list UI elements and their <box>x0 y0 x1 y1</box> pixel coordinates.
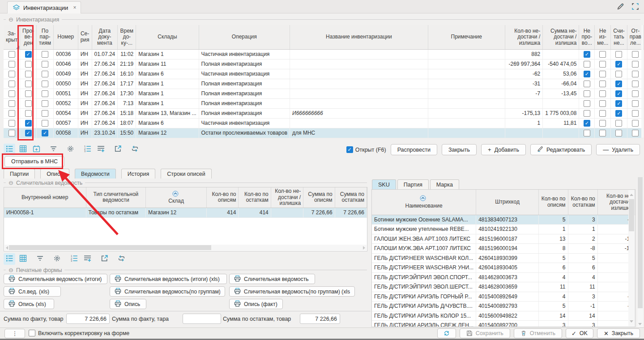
cell-by-batches[interactable]: ✓ <box>37 89 54 98</box>
collapse-icon[interactable]: ⊖ <box>9 267 13 273</box>
checkbox[interactable]: ✓ <box>9 71 15 77</box>
checkbox[interactable]: ✓ <box>632 120 639 127</box>
vscroll-thumb[interactable] <box>638 177 643 308</box>
checkbox[interactable]: ✓ <box>615 71 622 77</box>
sheet-hscrollbar[interactable] <box>4 245 367 251</box>
cell-not-changed[interactable]: ✓ <box>595 108 611 118</box>
fullscreen-icon[interactable] <box>629 1 641 12</box>
column-header-sum-by-stock[interactable]: Сумма поостаткам <box>335 187 367 208</box>
checkbox[interactable]: ✓ <box>25 51 32 58</box>
column-header-series[interactable]: Се-рия <box>78 25 92 49</box>
checkbox[interactable]: ✓ <box>584 120 590 127</box>
table-row[interactable]: ✓✓✓00054ИН27.06.2415:18Магазин 13, Магаз… <box>4 108 644 118</box>
table-row[interactable]: ✓✓✓00036ИН01.07.2411:02Магазин 1Частична… <box>4 49 644 59</box>
column-header-count-not[interactable]: Счи-татьне... <box>611 25 627 49</box>
checkbox[interactable]: ✓ <box>632 100 639 107</box>
checkbox[interactable]: ✓ <box>599 61 606 68</box>
column-header-doc-time[interactable]: Времдо-ку-... <box>118 25 136 49</box>
cell-by-batches[interactable]: ✓ <box>37 108 54 118</box>
checkbox[interactable]: ✓ <box>632 71 639 77</box>
tab-партии[interactable]: Партии <box>4 169 35 178</box>
column-header-inventory-name[interactable]: Название инвентаризации <box>290 25 428 49</box>
cell-not-changed[interactable]: ✓ <box>595 128 611 138</box>
cell-not-posted[interactable]: ✓ <box>579 69 595 79</box>
table-row[interactable]: Ботинки мужские утепленные REBE...481024… <box>372 225 635 234</box>
checkbox[interactable]: ✓ <box>615 130 622 136</box>
tab-история[interactable]: История <box>121 169 155 178</box>
close-form-button[interactable]: ✕Закрыть <box>597 328 640 338</box>
cell-closed[interactable]: ✓ <box>4 49 20 59</box>
save-button[interactable]: Сохранить <box>460 328 510 338</box>
cell-not-posted[interactable]: ✓ <box>579 98 595 108</box>
checkbox[interactable]: ✓ <box>584 90 590 97</box>
print-button-сличительная-ведомость-по-группам-[interactable]: Сличительная ведомость(по группам) <box>110 286 225 297</box>
checkbox[interactable]: ✓ <box>584 71 590 77</box>
checkbox[interactable]: ✓ <box>599 130 606 136</box>
cell-not-posted[interactable]: ✓ <box>579 128 595 138</box>
tab-inventories[interactable]: Инвентаризации × <box>7 1 81 13</box>
gear-button[interactable] <box>51 253 63 265</box>
print-button-сл-вед-xls-[interactable]: Сл.вед. (xls) <box>4 286 61 297</box>
table-row[interactable]: ГЕЛЬ Д/СТИР.HEER WASCHBAR УНИ...42604189… <box>372 263 635 273</box>
cell-posted[interactable]: ✓ <box>20 118 37 128</box>
checkbox[interactable]: ✓ <box>42 61 48 68</box>
checkbox[interactable]: ✓ <box>42 130 48 136</box>
cell-not-posted[interactable]: ✓ <box>579 79 595 89</box>
checkbox[interactable]: ✓ <box>615 51 622 58</box>
column-header-warehouse[interactable]: Склад <box>146 187 207 208</box>
cell-by-batches[interactable]: ✓ <box>37 128 54 138</box>
checkbox[interactable]: ✓ <box>25 90 32 97</box>
checkbox[interactable]: ✓ <box>632 90 639 97</box>
sku-vscrollbar[interactable] <box>628 190 635 326</box>
print-button-опись[interactable]: Опись <box>110 299 146 309</box>
cell-posted[interactable]: ✓ <box>20 108 37 118</box>
cell-not-changed[interactable]: ✓ <box>595 69 611 79</box>
filter-button[interactable] <box>47 144 59 155</box>
numbered-list-button[interactable]: 123 <box>68 253 80 265</box>
cell-closed[interactable]: ✓ <box>4 118 20 128</box>
print-button-опись-xls-[interactable]: Опись (xls) <box>4 299 54 309</box>
cell-posted[interactable]: ✓ <box>20 69 37 79</box>
main-table-vscroll[interactable] <box>641 25 644 138</box>
checkbox[interactable]: ✓ <box>42 110 48 117</box>
stock-goods-input[interactable] <box>300 314 340 324</box>
close-doc-button[interactable]: Закрыть <box>442 144 477 155</box>
table-row[interactable]: ГЕЛЬ Д/СТИР.ЭЙПРИЛ ЭВОЛ.ШЕРСТ...48146280… <box>372 282 635 292</box>
cell-not-changed[interactable]: ✓ <box>595 98 611 108</box>
checkbox[interactable]: ✓ <box>584 51 590 58</box>
checkbox[interactable]: ✓ <box>632 81 639 87</box>
cell-by-batches[interactable]: ✓ <box>37 49 54 59</box>
checkbox[interactable]: ✓ <box>584 130 590 136</box>
checkbox[interactable]: ✓ <box>42 120 48 127</box>
checkbox[interactable]: ✓ <box>615 120 622 127</box>
sort-up-icon[interactable] <box>420 195 426 203</box>
column-header-operation[interactable]: Операция <box>199 25 290 49</box>
print-button-опись-факт-[interactable]: Опись (факт) <box>229 299 283 309</box>
tab-close-icon[interactable]: × <box>73 4 76 11</box>
tab-ведомости[interactable]: Ведомости <box>75 169 116 178</box>
table-row[interactable]: Ботинки мужские Осенние SALAMA...4813834… <box>372 215 635 225</box>
checkbox[interactable]: ✓ <box>25 130 32 136</box>
open-filter-checkbox[interactable]: ✓ Открыт (F6) <box>346 146 386 153</box>
cell-not-changed[interactable]: ✓ <box>595 49 611 59</box>
checkbox[interactable]: ✓ <box>42 51 48 58</box>
cell-by-batches[interactable]: ✓ <box>37 98 54 108</box>
cell-posted[interactable]: ✓ <box>20 49 37 59</box>
cell-count-not[interactable]: ✓ <box>611 89 627 98</box>
checkbox[interactable]: ✓ <box>599 71 606 77</box>
cell-not-changed[interactable]: ✓ <box>595 59 611 69</box>
table-row[interactable]: ГЕЛЬ Д/СТИРКИ АРИЭЛЬ Д/ЧУВСТВ....4015400… <box>372 302 635 311</box>
checkbox[interactable]: ✓ <box>9 90 15 97</box>
checkbox[interactable]: ✓ <box>29 330 35 336</box>
checkbox[interactable]: ✓ <box>42 81 48 87</box>
table-row[interactable]: ГЕЛЬ Д/СТИР.ЭЙПРИЛ ЭВОЛ.СПОРТ...48146280… <box>372 272 635 282</box>
column-header-not-posted[interactable]: Непро-во... <box>579 25 595 49</box>
sort-up-icon[interactable] <box>172 191 179 199</box>
tab-марка[interactable]: Марка <box>430 179 459 189</box>
cell-not-posted[interactable]: ✓ <box>579 49 595 59</box>
cell-not-posted[interactable]: ✓ <box>579 59 595 69</box>
cell-closed[interactable]: ✓ <box>4 108 20 118</box>
column-header-not-changed[interactable]: Неиз-ме... <box>595 25 611 49</box>
cancel-button[interactable]: Отменить <box>514 328 562 338</box>
numbered-list-button[interactable]: 123 <box>81 144 93 155</box>
